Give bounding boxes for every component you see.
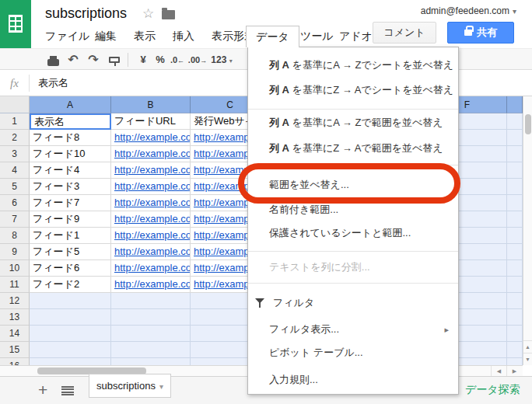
table-cell[interactable]: フィード9 (30, 211, 111, 228)
row-header[interactable]: 14 (0, 326, 30, 342)
table-cell[interactable] (507, 293, 523, 309)
table-cell[interactable] (507, 260, 523, 277)
table-cell[interactable]: フィード10 (30, 146, 111, 162)
table-cell[interactable] (507, 342, 523, 358)
feed-url-link[interactable]: http://example.com (111, 162, 191, 179)
table-cell[interactable] (507, 244, 523, 260)
document-title[interactable]: subscriptions (45, 5, 127, 22)
menu-item-sort-range-az[interactable]: 列 A を基準にA → Zで範囲を並べ替え (248, 115, 458, 131)
menu-edit[interactable]: 編集 (93, 26, 118, 47)
currency-format-button[interactable]: ¥ (135, 49, 151, 71)
table-cell[interactable] (507, 277, 523, 293)
table-cell[interactable] (111, 342, 191, 358)
add-sheet-button[interactable]: + (38, 377, 47, 404)
feed-url-link[interactable]: http://example.com (111, 146, 191, 162)
table-cell[interactable] (507, 113, 523, 130)
feed-url-link[interactable]: http://example.com (111, 211, 191, 228)
scroll-down-button[interactable]: ▼ (523, 353, 532, 365)
table-cell[interactable]: フィード5 (30, 244, 111, 260)
feed-url-link[interactable]: http://example.com (111, 277, 191, 293)
scroll-right-button[interactable]: ▶ (506, 366, 522, 376)
menu-file[interactable]: ファイル (44, 26, 91, 47)
menu-view[interactable]: 表示 (132, 26, 157, 47)
table-cell[interactable] (507, 195, 523, 211)
table-cell[interactable] (111, 293, 191, 309)
vertical-scrollbar-thumb[interactable] (525, 114, 531, 134)
all-sheets-icon[interactable] (61, 386, 74, 395)
undo-icon[interactable]: ↶ (65, 49, 81, 71)
star-icon[interactable]: ☆ (142, 6, 154, 22)
menu-item-sort-range[interactable]: 範囲を並べ替え... (248, 177, 458, 193)
feed-url-link[interactable]: http://example.com (111, 244, 191, 260)
table-cell[interactable] (507, 309, 523, 326)
table-cell[interactable] (507, 162, 523, 179)
column-header-g[interactable] (507, 96, 523, 113)
redo-icon[interactable]: ↷ (86, 49, 101, 71)
row-header[interactable]: 2 (0, 130, 30, 146)
sheets-logo[interactable] (0, 0, 31, 48)
column-header-a[interactable]: A (30, 96, 111, 113)
table-cell[interactable]: フィードURL (111, 113, 191, 130)
decrease-decimal-button[interactable]: .0← (168, 49, 187, 71)
row-header[interactable]: 11 (0, 277, 30, 293)
sheet-tab-subscriptions[interactable]: subscriptions▾ (89, 374, 171, 398)
menu-item-validation[interactable]: 入力規則... (248, 372, 458, 388)
menu-item-filter-views[interactable]: フィルタ表示...▸ (248, 322, 458, 337)
table-cell[interactable] (507, 326, 523, 342)
table-cell[interactable] (30, 358, 111, 365)
menu-item-sort-range-za[interactable]: 列 A を基準にZ → Aで範囲を並べ替え (248, 141, 458, 156)
row-header[interactable]: 3 (0, 146, 30, 162)
feed-url-link[interactable]: http://example.com (111, 228, 191, 244)
row-header[interactable]: 6 (0, 195, 30, 211)
comment-button[interactable]: コメント (373, 22, 436, 44)
table-cell[interactable] (507, 211, 523, 228)
menu-item-pivot-table[interactable]: ピボット テーブル... (248, 345, 458, 360)
print-icon[interactable] (47, 59, 59, 66)
table-cell[interactable]: フィード1 (30, 228, 111, 244)
row-header[interactable]: 5 (0, 179, 30, 195)
folder-icon[interactable] (162, 10, 175, 19)
explore-button[interactable]: データ探索 (465, 376, 520, 404)
table-cell[interactable] (507, 179, 523, 195)
table-cell[interactable]: フィード4 (30, 162, 111, 179)
table-cell[interactable]: フィード7 (30, 195, 111, 211)
increase-decimal-button[interactable]: .00→ (187, 49, 208, 71)
table-cell[interactable] (507, 228, 523, 244)
table-cell[interactable]: フィード3 (30, 179, 111, 195)
formula-bar-value[interactable]: 表示名 (38, 70, 68, 96)
number-format-menu[interactable]: 123 ▾ (208, 49, 235, 71)
row-header[interactable]: 16 (0, 358, 30, 365)
table-cell[interactable]: フィード2 (30, 277, 111, 293)
table-cell[interactable] (30, 342, 111, 358)
table-cell[interactable] (30, 309, 111, 326)
row-header[interactable]: 9 (0, 244, 30, 260)
account-menu[interactable]: admin@feedeen.com▾ (421, 5, 516, 16)
row-header[interactable]: 15 (0, 342, 30, 358)
table-cell[interactable] (111, 326, 191, 342)
table-cell[interactable] (507, 358, 523, 365)
row-header[interactable]: 4 (0, 162, 30, 179)
menu-item-filter[interactable]: フィルタ (248, 295, 458, 311)
row-header[interactable]: 13 (0, 309, 30, 326)
menu-tools[interactable]: ツール (299, 26, 335, 47)
percent-format-button[interactable]: % (152, 49, 168, 71)
scroll-up-button[interactable]: ▲ (523, 340, 532, 353)
table-cell[interactable] (507, 146, 523, 162)
table-cell[interactable] (30, 326, 111, 342)
menu-insert[interactable]: 挿入 (171, 26, 196, 47)
table-cell[interactable] (111, 358, 191, 365)
table-cell[interactable] (30, 293, 111, 309)
select-all-corner[interactable] (0, 96, 30, 113)
menu-item-sort-sheet-za[interactable]: 列 A を基準にZ → Aでシートを並べ替え (248, 82, 458, 98)
column-header-b[interactable]: B (111, 96, 191, 113)
row-header[interactable]: 8 (0, 228, 30, 244)
scroll-left-button[interactable]: ◀ (491, 366, 506, 376)
table-cell[interactable]: フィード8 (30, 130, 111, 146)
table-cell[interactable]: フィード6 (30, 260, 111, 277)
feed-url-link[interactable]: http://example.com (111, 179, 191, 195)
row-header[interactable]: 12 (0, 293, 30, 309)
menu-data-open[interactable]: データ (246, 26, 299, 47)
paint-format-icon[interactable] (109, 57, 120, 63)
feed-url-link[interactable]: http://example.com (111, 130, 191, 146)
table-cell[interactable] (507, 130, 523, 146)
